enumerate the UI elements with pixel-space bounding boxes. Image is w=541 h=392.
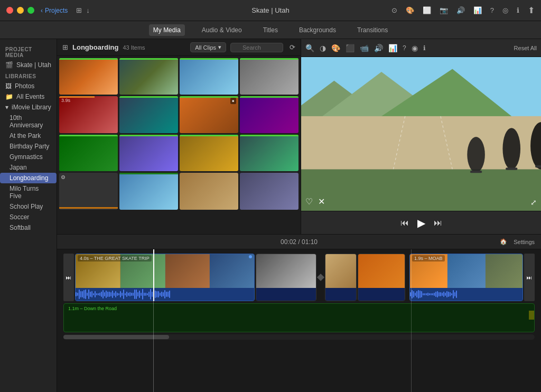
color-filter-icon[interactable]: 🎨 <box>331 44 340 52</box>
layout-icon[interactable]: ⊞ <box>76 6 82 14</box>
skip-left-button[interactable]: ⏭ <box>63 254 74 301</box>
clip-orange[interactable] <box>358 254 405 301</box>
volume-icon[interactable]: 🔊 <box>456 6 465 14</box>
clip-moab[interactable]: 1.9s – MOAB <box>409 254 523 301</box>
chart-icon[interactable]: 📊 <box>473 6 482 14</box>
camera-icon[interactable]: 📷 <box>440 6 448 14</box>
settings-button[interactable]: Settings <box>514 239 535 245</box>
skip-forward-button[interactable]: ⏭ <box>434 218 442 228</box>
all-events-label: All Events <box>16 93 44 100</box>
preview-toolbar: 🔍 ◑ 🎨 ⬛ 📹 🔊 📊 ? ◉ ℹ Reset All <box>301 39 541 57</box>
park-label: At the Park <box>10 132 41 139</box>
clip-great-skate[interactable]: 4.0s – THE GREAT SKATE TRIP // Generat <box>75 254 255 301</box>
softball-label: Softball <box>10 224 31 231</box>
crop-icon[interactable]: ⬜ <box>423 6 431 14</box>
magnify-icon[interactable]: 🔍 <box>305 44 314 52</box>
sidebar-item-park[interactable]: At the Park <box>0 130 57 141</box>
crop-tool-icon[interactable]: ⬛ <box>346 44 355 52</box>
color-balance-icon[interactable]: ◑ <box>320 44 326 52</box>
media-thumb-2[interactable] <box>119 58 178 95</box>
minimize-button[interactable] <box>17 7 24 14</box>
reset-all-button[interactable]: Reset All <box>514 45 537 51</box>
sidebar-item-imovie-library[interactable]: ▾ iMovie Library <box>0 102 57 113</box>
traffic-lights <box>6 7 34 14</box>
media-thumb-8[interactable] <box>240 96 299 133</box>
clip-thumb-road <box>256 254 316 288</box>
media-thumb-10[interactable] <box>119 135 178 171</box>
wave-bars: // Generate wave bars inline for(let i=0… <box>76 288 254 301</box>
chevron-down-icon: ▾ <box>5 104 8 111</box>
maximize-button[interactable] <box>27 7 34 14</box>
media-thumb-11[interactable] <box>180 135 238 171</box>
play-button[interactable]: ▶ <box>417 217 425 229</box>
thumb-badge: ● <box>230 98 236 104</box>
timeline-area: 00:02 / 01:10 🏠 Settings ⏭ <box>57 235 541 392</box>
sidebar-item-softball[interactable]: Softball <box>0 222 57 233</box>
media-thumb-5[interactable]: 3.9s <box>59 96 118 133</box>
school-label: School Play <box>10 203 43 210</box>
tab-transitions[interactable]: Transitions <box>353 24 392 36</box>
media-thumb-14[interactable] <box>119 173 178 209</box>
longboarding-label: Longboarding <box>10 174 48 182</box>
timeline-header: 00:02 / 01:10 🏠 Settings <box>57 235 541 249</box>
projects-button[interactable]: ‹ Projects <box>41 7 68 14</box>
tab-backgrounds[interactable]: Backgrounds <box>295 24 340 36</box>
skip-right-button[interactable]: ⏭ <box>524 254 535 301</box>
close-button[interactable] <box>6 7 13 14</box>
filter-button[interactable]: All Clips ▾ <box>190 42 226 52</box>
clip-road[interactable] <box>256 254 316 301</box>
info-detail-icon[interactable]: ℹ <box>423 44 426 52</box>
skip-left-icon: ⏭ <box>66 275 71 281</box>
noise-icon[interactable]: ◎ <box>502 6 508 14</box>
share-icon[interactable]: ⬆ <box>528 5 535 15</box>
noise-reduction-icon[interactable]: ◉ <box>412 44 418 52</box>
skip-back-button[interactable]: ⏮ <box>400 218 409 228</box>
video-tool-icon[interactable]: 📹 <box>360 44 369 52</box>
tab-titles[interactable]: Titles <box>259 24 282 36</box>
sidebar-item-soccer[interactable]: Soccer <box>0 212 57 222</box>
media-thumb-6[interactable] <box>119 96 178 133</box>
timeline-scrollbar[interactable] <box>63 334 535 340</box>
media-thumb-9[interactable] <box>59 135 118 171</box>
media-thumb-4[interactable] <box>240 58 299 95</box>
audio-tool-icon[interactable]: 🔊 <box>374 44 383 52</box>
grid-view-icon[interactable]: ⊞ <box>62 43 68 51</box>
media-thumb-15[interactable] <box>180 173 238 209</box>
svg-rect-7 <box>301 170 541 211</box>
media-thumb-1[interactable] <box>59 58 118 95</box>
graph-icon[interactable]: 📊 <box>388 44 397 52</box>
help-icon[interactable]: ? <box>490 6 494 14</box>
import-icon[interactable]: ↓ <box>86 6 90 14</box>
sidebar-item-photos[interactable]: 🖼 Photos <box>0 81 57 91</box>
fullscreen-icon[interactable]: ⤢ <box>530 198 537 207</box>
search-wrap: 🔍 <box>230 43 283 52</box>
sidebar-item-school[interactable]: School Play <box>0 201 57 212</box>
color-icon[interactable]: 🎨 <box>406 6 414 14</box>
sidebar-item-gymnastics[interactable]: Gymnastics <box>0 152 57 162</box>
enhance-icon[interactable]: ⊙ <box>391 6 397 14</box>
favorite-icon[interactable]: ♡ <box>305 197 313 207</box>
reject-icon[interactable]: ✕ <box>318 197 325 207</box>
sidebar-item-japan[interactable]: Japan <box>0 162 57 173</box>
media-thumb-16[interactable] <box>240 173 299 209</box>
sidebar-item-milo[interactable]: Milo Turns Five <box>0 183 57 201</box>
search-input[interactable] <box>230 43 283 52</box>
tab-my-media[interactable]: My Media <box>149 24 185 36</box>
sidebar-item-all-events[interactable]: 📁 All Events <box>0 91 57 102</box>
sidebar-item-birthday[interactable]: Birthday Party <box>0 141 57 152</box>
sidebar-item-10th[interactable]: 10th Anniversary <box>0 113 57 130</box>
sidebar-item-longboarding[interactable]: Longboarding <box>0 173 57 183</box>
filter-label: All Clips <box>195 44 216 51</box>
clip-face[interactable] <box>325 254 357 301</box>
question-icon[interactable]: ? <box>403 44 406 52</box>
media-thumb-7[interactable]: ● <box>180 96 238 133</box>
media-thumb-12[interactable] <box>240 135 299 171</box>
moab-segment-2 <box>447 254 485 288</box>
tab-audio-video[interactable]: Audio & Video <box>198 24 246 36</box>
info-icon[interactable]: ℹ <box>517 6 519 14</box>
sidebar-item-project[interactable]: 🎬 Skate | Utah <box>0 60 57 70</box>
refresh-icon[interactable]: ⟳ <box>290 43 295 51</box>
moab-wave <box>410 288 523 301</box>
media-thumb-3[interactable] <box>180 58 238 95</box>
media-thumb-13[interactable]: ⚙ <box>59 173 118 209</box>
